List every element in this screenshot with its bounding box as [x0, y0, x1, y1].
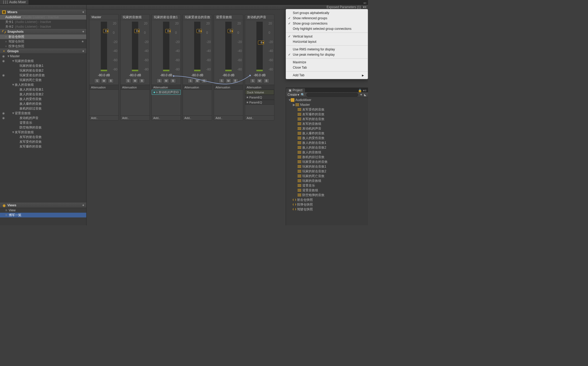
project-item[interactable]: 防空炮弹的音效 — [286, 193, 368, 197]
solo-button[interactable]: S — [250, 78, 256, 83]
solo-button[interactable]: S — [156, 78, 162, 83]
vu-meter[interactable]: 200-20-40-60-80 0 — [89, 20, 118, 73]
project-item[interactable]: 友军的射击音效 — [286, 117, 368, 121]
hidden-icon[interactable]: ◣ — [364, 93, 366, 97]
group-tree-item[interactable]: 敌人爆炸的音效 — [0, 101, 86, 106]
effect-slot[interactable]: Attenuation — [214, 85, 243, 90]
snapshot-item[interactable]: ≡投弹仓快照 — [0, 44, 86, 49]
group-tree-item[interactable]: 玩家的射击音效2 — [0, 68, 86, 73]
mixer-item[interactable]: 关卡1(Audio Listener) - Inactive — [0, 20, 86, 24]
visibility-icon[interactable]: ◉ — [0, 59, 7, 63]
context-menu-item[interactable]: Only highlight selected group connection… — [286, 26, 368, 31]
project-item[interactable]: 背景音乐 — [286, 183, 368, 188]
project-item[interactable]: 敌人的射击音效1 — [286, 140, 368, 145]
add-effect-button[interactable]: Add.. — [183, 115, 212, 120]
add-effect-button[interactable]: Add.. — [121, 115, 150, 120]
bypass-button[interactable]: B — [232, 78, 238, 83]
add-effect-button[interactable]: Add.. — [89, 115, 118, 120]
visibility-icon[interactable]: ◉ — [0, 116, 7, 120]
project-item[interactable]: 敌人的音效组 — [286, 150, 368, 155]
project-item[interactable]: 玩家的射击音效1 — [286, 164, 368, 169]
context-menu-item[interactable]: Sort groups alphabetically — [286, 10, 368, 16]
add-snapshot-button[interactable]: + — [82, 30, 84, 34]
project-item[interactable]: 背景音效组 — [286, 188, 368, 193]
tab-menu-icon[interactable]: ▾≡ — [364, 2, 368, 4]
add-view-button[interactable]: + — [82, 203, 84, 207]
group-tree-item[interactable]: 玩家的死亡音效 — [0, 78, 86, 82]
create-button[interactable]: Create▾ — [288, 93, 299, 97]
bypass-button[interactable]: B — [108, 78, 114, 83]
add-effect-button[interactable]: Add.. — [152, 115, 181, 120]
vu-meter[interactable]: 200-20-40-60-80 0 — [214, 20, 243, 73]
audio-mixer-tab[interactable]: ┇┇┇ Audio Mixer — [0, 0, 28, 4]
volume-tag[interactable]: 0 — [165, 29, 171, 33]
mute-button[interactable]: M — [163, 78, 169, 83]
mute-button[interactable]: M — [257, 78, 262, 83]
group-tree-item[interactable]: 友军爆炸的音效 — [0, 144, 86, 149]
add-effect-button[interactable]: Add.. — [214, 115, 243, 120]
volume-tag[interactable]: 0 — [103, 29, 108, 33]
context-menu-item[interactable]: Show referenced groups — [286, 16, 368, 21]
bypass-button[interactable]: B — [139, 78, 145, 83]
context-menu-item[interactable]: Close Tab — [286, 65, 368, 70]
strip-title[interactable]: Master — [89, 15, 118, 20]
vu-meter[interactable]: 200-20-40-60-80 -9 — [245, 20, 274, 73]
snapshot-item[interactable]: ≡射击仓快照 — [0, 34, 86, 39]
group-tree-item[interactable]: ◉▼玩家的音效组 — [0, 59, 86, 63]
mixer-item[interactable]: 关卡2(Audio Listener) - Inactive — [0, 24, 86, 29]
context-menu-item[interactable]: Add Tab▶ — [286, 73, 368, 78]
project-item[interactable]: 玩家的死亡音效 — [286, 174, 368, 178]
group-tree-item[interactable]: 背景音乐 — [0, 120, 86, 125]
group-tree-item[interactable]: ◉玩家受攻击的音效 — [0, 73, 86, 78]
project-item[interactable]: 发动机的声音 — [286, 126, 368, 131]
vu-meter[interactable]: 200-20-40-60-80 0 — [152, 20, 181, 73]
bypass-button[interactable]: B — [264, 78, 269, 83]
volume-tag[interactable]: 0 — [197, 29, 202, 33]
context-menu-item[interactable]: Horizontal layout — [286, 39, 368, 44]
strip-title[interactable]: 玩家的音效组 — [121, 15, 150, 20]
visibility-icon[interactable]: ◉ — [0, 73, 7, 77]
volume-tag[interactable]: -9 — [258, 41, 264, 45]
group-tree-item[interactable]: 敌人的射击音效1 — [0, 87, 86, 92]
effect-slot[interactable]: Attenuation — [152, 85, 181, 90]
group-tree-item[interactable]: 防空炮弹的音效 — [0, 125, 86, 130]
mixer-item[interactable]: AudioMixer(Audio Listener) - Inactive — [0, 15, 86, 20]
effect-slot[interactable]: ParamEQ — [245, 100, 274, 105]
group-tree-item[interactable]: ▼敌人的音效组 — [0, 82, 86, 87]
project-item[interactable]: 友军受伤的音效 — [286, 107, 368, 112]
group-tree-item[interactable]: ◉▼背景音效组 — [0, 111, 86, 116]
group-tree-item[interactable]: ◉▼Master — [0, 54, 86, 59]
project-search-input[interactable] — [306, 93, 358, 97]
group-tree-item[interactable]: 玩家的射击音效1 — [0, 63, 86, 68]
effect-slot[interactable]: ParamEQ — [245, 95, 274, 100]
solo-button[interactable]: S — [219, 78, 224, 83]
project-item[interactable]: 敌人的射击音效2 — [286, 145, 368, 150]
panel-menu-icon[interactable]: ▾≡ — [363, 5, 366, 9]
mute-button[interactable]: M — [226, 78, 231, 83]
project-item[interactable]: 玩家的射击音效2 — [286, 169, 368, 174]
project-item[interactable]: 玩家的音效组 — [286, 178, 368, 183]
project-item[interactable]: 友军爆炸的音效 — [286, 112, 368, 117]
project-item[interactable]: 敌人的受伤音效 — [286, 136, 368, 140]
context-menu-item[interactable]: Use peak metering for display — [286, 52, 368, 57]
mute-button[interactable]: M — [101, 78, 107, 83]
project-menu-icon[interactable]: ▾≡ — [363, 89, 366, 92]
visibility-icon[interactable]: ◉ — [0, 54, 7, 58]
view-item[interactable]: ≡View — [0, 208, 86, 213]
context-menu-item[interactable]: Vertical layout — [286, 34, 368, 39]
group-tree-item[interactable]: ◉发动机的声音 — [0, 116, 86, 120]
lock-icon[interactable]: 🔒 — [358, 89, 362, 92]
project-item[interactable]: 敌机的掠过音效 — [286, 155, 368, 159]
group-tree-item[interactable]: 敌机的掠过音效 — [0, 106, 86, 111]
group-tree-item[interactable]: 友军的射击音效 — [0, 135, 86, 139]
effect-slot[interactable]: Attenuation — [121, 85, 150, 90]
snapshot-item[interactable]: ≡驾驶仓快照★ — [0, 39, 86, 44]
effect-slot[interactable]: Attenuation — [89, 85, 118, 90]
favorites-icon[interactable]: ✦ — [360, 93, 362, 97]
volume-tag[interactable]: 0 — [134, 29, 140, 33]
add-group-button[interactable]: + — [82, 49, 84, 53]
project-item[interactable]: 友军的音效组 — [286, 121, 368, 126]
project-item[interactable]: 敌人爆炸的音效 — [286, 131, 368, 136]
bypass-button[interactable]: B — [201, 78, 207, 83]
strip-title[interactable]: 玩家受攻击的音效 — [183, 15, 212, 20]
